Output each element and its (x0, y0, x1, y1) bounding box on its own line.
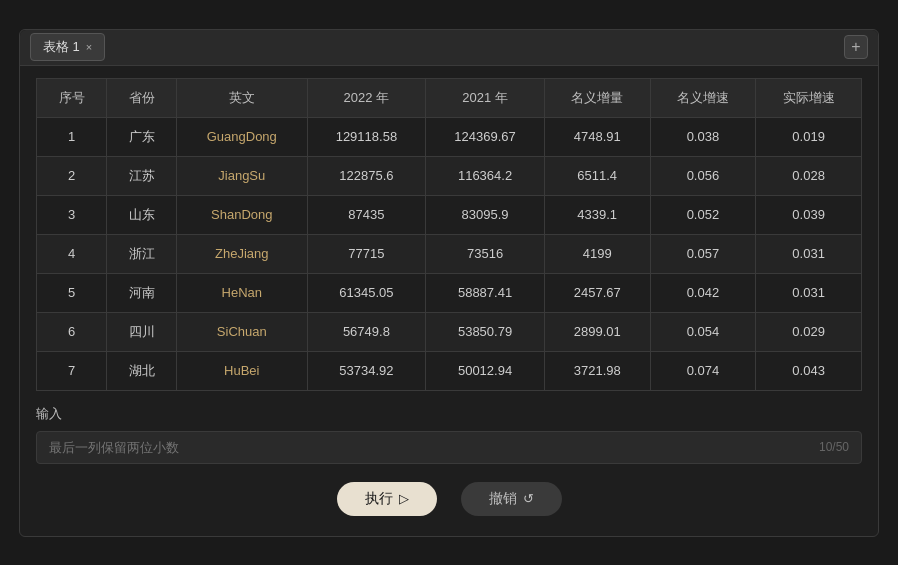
cell-id: 7 (37, 351, 107, 390)
tab-item-table1[interactable]: 表格 1 × (30, 33, 105, 61)
cell-id: 4 (37, 234, 107, 273)
col-header-province: 省份 (107, 78, 177, 117)
cell-2022: 53734.92 (307, 351, 426, 390)
cell-nominal-rate: 0.074 (650, 351, 756, 390)
cell-province: 浙江 (107, 234, 177, 273)
tab-bar: 表格 1 × + (20, 30, 878, 66)
cell-2022: 77715 (307, 234, 426, 273)
cell-2021: 58887.41 (426, 273, 545, 312)
cell-province: 江苏 (107, 156, 177, 195)
data-table: 序号 省份 英文 2022 年 2021 年 名义增量 名义增速 实际增速 1 … (36, 78, 862, 391)
cell-english: ShanDong (177, 195, 308, 234)
cell-2022: 56749.8 (307, 312, 426, 351)
cell-2021: 83095.9 (426, 195, 545, 234)
cell-2021: 124369.67 (426, 117, 545, 156)
table-body: 1 广东 GuangDong 129118.58 124369.67 4748.… (37, 117, 862, 390)
table-row: 4 浙江 ZheJiang 77715 73516 4199 0.057 0.0… (37, 234, 862, 273)
cell-nominal-rate: 0.056 (650, 156, 756, 195)
tab-add-button[interactable]: + (844, 35, 868, 59)
cell-id: 3 (37, 195, 107, 234)
col-header-real-rate: 实际增速 (756, 78, 862, 117)
cancel-icon: ↺ (523, 491, 534, 506)
cell-english: JiangSu (177, 156, 308, 195)
cell-2021: 116364.2 (426, 156, 545, 195)
cell-province: 广东 (107, 117, 177, 156)
cell-id: 1 (37, 117, 107, 156)
cell-increase: 6511.4 (544, 156, 650, 195)
cell-id: 5 (37, 273, 107, 312)
cell-increase: 4339.1 (544, 195, 650, 234)
cancel-label: 撤销 (489, 490, 517, 508)
button-row: 执行 ▷ 撤销 ↺ (20, 482, 878, 516)
col-header-english: 英文 (177, 78, 308, 117)
cell-id: 6 (37, 312, 107, 351)
col-header-id: 序号 (37, 78, 107, 117)
tab-close-icon[interactable]: × (86, 41, 92, 53)
input-section-label: 输入 (36, 405, 862, 423)
table-wrapper: 序号 省份 英文 2022 年 2021 年 名义增量 名义增速 实际增速 1 … (20, 78, 878, 391)
table-row: 1 广东 GuangDong 129118.58 124369.67 4748.… (37, 117, 862, 156)
tab-list: 表格 1 × (30, 33, 105, 61)
cell-province: 四川 (107, 312, 177, 351)
cell-nominal-rate: 0.052 (650, 195, 756, 234)
cell-2021: 73516 (426, 234, 545, 273)
cell-nominal-rate: 0.054 (650, 312, 756, 351)
cell-nominal-rate: 0.042 (650, 273, 756, 312)
execute-label: 执行 (365, 490, 393, 508)
cell-english: ZheJiang (177, 234, 308, 273)
cell-nominal-rate: 0.038 (650, 117, 756, 156)
cell-2021: 53850.79 (426, 312, 545, 351)
cell-increase: 4199 (544, 234, 650, 273)
input-field[interactable] (49, 440, 819, 455)
cell-real-rate: 0.029 (756, 312, 862, 351)
input-box: 10/50 (36, 431, 862, 464)
cell-real-rate: 0.039 (756, 195, 862, 234)
execute-button[interactable]: 执行 ▷ (337, 482, 437, 516)
cell-increase: 3721.98 (544, 351, 650, 390)
cell-increase: 4748.91 (544, 117, 650, 156)
input-count: 10/50 (819, 440, 849, 454)
cell-english: HuBei (177, 351, 308, 390)
cell-2022: 87435 (307, 195, 426, 234)
table-row: 7 湖北 HuBei 53734.92 50012.94 3721.98 0.0… (37, 351, 862, 390)
cell-id: 2 (37, 156, 107, 195)
cell-english: SiChuan (177, 312, 308, 351)
cell-real-rate: 0.019 (756, 117, 862, 156)
cell-english: GuangDong (177, 117, 308, 156)
cell-real-rate: 0.028 (756, 156, 862, 195)
col-header-2021: 2021 年 (426, 78, 545, 117)
cell-english: HeNan (177, 273, 308, 312)
col-header-nominal-rate: 名义增速 (650, 78, 756, 117)
cell-province: 山东 (107, 195, 177, 234)
cell-2022: 129118.58 (307, 117, 426, 156)
cell-province: 湖北 (107, 351, 177, 390)
col-header-increase: 名义增量 (544, 78, 650, 117)
cell-real-rate: 0.031 (756, 234, 862, 273)
table-row: 6 四川 SiChuan 56749.8 53850.79 2899.01 0.… (37, 312, 862, 351)
execute-icon: ▷ (399, 491, 409, 506)
table-row: 2 江苏 JiangSu 122875.6 116364.2 6511.4 0.… (37, 156, 862, 195)
table-row: 5 河南 HeNan 61345.05 58887.41 2457.67 0.0… (37, 273, 862, 312)
table-row: 3 山东 ShanDong 87435 83095.9 4339.1 0.052… (37, 195, 862, 234)
cell-real-rate: 0.043 (756, 351, 862, 390)
cancel-button[interactable]: 撤销 ↺ (461, 482, 562, 516)
col-header-2022: 2022 年 (307, 78, 426, 117)
cell-nominal-rate: 0.057 (650, 234, 756, 273)
table-header-row: 序号 省份 英文 2022 年 2021 年 名义增量 名义增速 实际增速 (37, 78, 862, 117)
cell-2022: 61345.05 (307, 273, 426, 312)
cell-increase: 2899.01 (544, 312, 650, 351)
cell-increase: 2457.67 (544, 273, 650, 312)
cell-2021: 50012.94 (426, 351, 545, 390)
main-container: 表格 1 × + 序号 省份 英文 2022 年 2021 年 名义增量 名义增… (19, 29, 879, 537)
cell-real-rate: 0.031 (756, 273, 862, 312)
tab-label: 表格 1 (43, 38, 80, 56)
input-section: 输入 10/50 (20, 391, 878, 464)
cell-2022: 122875.6 (307, 156, 426, 195)
cell-province: 河南 (107, 273, 177, 312)
